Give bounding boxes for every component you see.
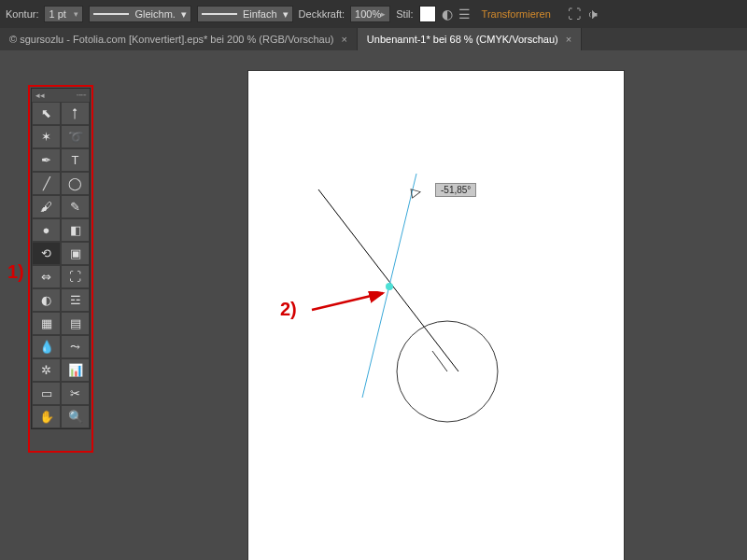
recolor-icon[interactable]: ◐	[442, 7, 453, 21]
tools-panel: ◂◂┈┈ ⬉⭡✶➰✒T╱◯🖌✎●◧⟲▣⇔⛶◐☲▦▤💧⤳✲📊▭✂✋🔍	[31, 88, 91, 429]
tab-fotolia-document[interactable]: © sgursozlu - Fotolia.com [Konvertiert].…	[0, 28, 358, 50]
variable-width-dropdown[interactable]: Gleichm.▾	[89, 6, 190, 22]
canvas-svg	[248, 71, 624, 560]
options-bar: Kontur: 1 pt▾ Gleichm.▾ Einfach▾ Deckkra…	[0, 0, 747, 28]
isolate-icon[interactable]: ⛶	[568, 7, 581, 21]
symbol-sprayer-tool[interactable]: ✲	[32, 358, 61, 382]
rotate-tool[interactable]: ⟲	[32, 242, 61, 265]
shape-builder-tool[interactable]: ◐	[32, 288, 61, 312]
scale-tool[interactable]: ▣	[61, 242, 90, 265]
blob-brush-tool[interactable]: ●	[32, 218, 61, 242]
annotation-arrow-icon	[310, 291, 394, 319]
tab-label: Unbenannt-1* bei 68 % (CMYK/Vorschau)	[367, 34, 558, 45]
free-transform-tool[interactable]: ⛶	[61, 265, 90, 288]
ellipse-tool[interactable]: ◯	[61, 172, 90, 195]
align-icon[interactable]: ☰	[458, 7, 471, 21]
slice-tool[interactable]: ✂	[61, 382, 90, 405]
document-tab-bar: © sgursozlu - Fotolia.com [Konvertiert].…	[0, 28, 747, 50]
paintbrush-tool[interactable]: 🖌	[32, 195, 61, 218]
opacity-label: Deckkraft:	[299, 8, 345, 20]
blend-tool[interactable]: ⤳	[61, 335, 90, 358]
angle-tooltip: -51,85°	[435, 183, 476, 197]
close-icon[interactable]: ×	[341, 34, 346, 45]
annotation-2-label: 2)	[280, 299, 297, 320]
opacity-value: 100%	[355, 8, 381, 20]
annotation-1-label: 1)	[7, 261, 24, 283]
art-line	[318, 189, 458, 371]
direct-selection-tool[interactable]: ⭡	[61, 102, 90, 125]
transform-panel-link[interactable]: Transformieren	[476, 7, 557, 21]
chevron-down-icon: ▾	[181, 8, 187, 21]
line-sample-icon	[202, 13, 237, 15]
tab-unbenannt-document[interactable]: Unbenannt-1* bei 68 % (CMYK/Vorschau) ×	[358, 28, 582, 50]
eraser-tool[interactable]: ◧	[61, 218, 90, 242]
brush-def-dropdown[interactable]: Einfach▾	[197, 6, 293, 22]
tab-label: © sgursozlu - Fotolia.com [Konvertiert].…	[9, 34, 333, 45]
hand-tool[interactable]: ✋	[32, 405, 61, 428]
graphic-style-swatch[interactable]	[419, 6, 436, 22]
style-label: Stil:	[396, 8, 413, 20]
magic-wand-tool[interactable]: ✶	[32, 125, 61, 148]
chevron-down-icon: ▸	[381, 9, 386, 19]
stroke-weight-input[interactable]: 1 pt▾	[44, 6, 83, 22]
chevron-down-icon: ▾	[74, 9, 78, 19]
artboard-tool[interactable]: ▭	[32, 382, 61, 405]
opacity-input[interactable]: 100%▸	[350, 6, 390, 22]
anchor-point	[386, 283, 393, 290]
artboard[interactable]	[248, 71, 624, 560]
grip-dots-icon: ┈┈	[77, 91, 86, 100]
brush-def-value: Einfach	[243, 8, 277, 20]
svg-line-0	[312, 293, 383, 310]
mesh-tool[interactable]: ▦	[32, 312, 61, 335]
close-icon[interactable]: ×	[566, 34, 571, 45]
eyedropper-tool[interactable]: 💧	[32, 335, 61, 358]
lasso-tool[interactable]: ➰	[61, 125, 90, 148]
pencil-tool[interactable]: ✎	[61, 195, 90, 218]
stroke-label: Kontur:	[6, 8, 38, 20]
collapse-icon[interactable]: ◂◂	[35, 91, 45, 100]
column-graph-tool[interactable]: 📊	[61, 358, 90, 382]
perspective-grid-tool[interactable]: ☲	[61, 288, 90, 312]
pen-tool[interactable]: ✒	[32, 148, 61, 172]
panel-grip[interactable]: ◂◂┈┈	[32, 89, 90, 102]
line-sample-icon	[93, 13, 129, 15]
variable-width-value: Gleichm.	[134, 8, 175, 20]
type-tool[interactable]: T	[61, 148, 90, 172]
speaker-mute-icon[interactable]: 🕩	[586, 7, 599, 21]
chevron-down-icon: ▾	[283, 8, 289, 21]
gradient-tool[interactable]: ▤	[61, 312, 90, 335]
stroke-weight-value: 1 pt	[49, 8, 65, 20]
width-tool[interactable]: ⇔	[32, 265, 61, 288]
line-tool[interactable]: ╱	[32, 172, 61, 195]
zoom-tool[interactable]: 🔍	[61, 405, 90, 428]
selection-tool[interactable]: ⬉	[32, 102, 61, 125]
